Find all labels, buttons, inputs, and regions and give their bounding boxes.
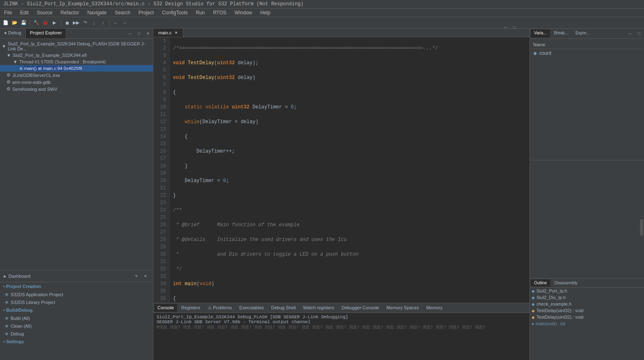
toolbar-stepinto[interactable]: ↓	[90, 19, 98, 27]
tree-jlink[interactable]: ⚙ JLinkGDBServerCL.exe	[0, 72, 153, 79]
outline-siul2-dio[interactable]: ◆ Siul2_Dio_Ip.h	[530, 294, 644, 301]
menu-navigate[interactable]: Navigate	[83, 9, 110, 17]
dash-close[interactable]: ✕	[141, 272, 150, 280]
problems-tab[interactable]: ⚠ Problems	[204, 304, 236, 312]
registers-tab[interactable]: Registers	[178, 304, 203, 312]
menu-search[interactable]: Search	[111, 9, 135, 17]
tree-root[interactable]: ▼ Siul2_Port_Ip_Example_S32K344 Debug_FL…	[0, 40, 153, 52]
menu-edit[interactable]: Edit	[16, 9, 33, 17]
toolbar-new[interactable]: 📄	[2, 19, 10, 27]
console-tab[interactable]: Console	[154, 304, 177, 312]
tab-project-explorer[interactable]: Project Explorer	[26, 29, 66, 38]
main-label: main(void) : int	[536, 321, 565, 326]
main-c-close[interactable]: ✕	[175, 31, 178, 35]
toolbar-open[interactable]: 📂	[11, 19, 19, 27]
expressions-tab[interactable]: Expre...	[572, 29, 592, 38]
code-area[interactable]: 12345 678910 1112131415 1617181920 21222…	[153, 37, 530, 303]
editor-tab-bar: ─ □ main.c ✕	[153, 29, 530, 37]
testdelay1-label: TestDelay(uint32) : void	[536, 308, 583, 313]
bottom-panel: Console Registers ⚠ Problems Executables…	[153, 303, 530, 360]
toolbar-stepout[interactable]: ↑	[99, 19, 107, 27]
toolbar-back[interactable]: ←	[112, 19, 120, 27]
debugger-console-tab[interactable]: Debugger Console	[338, 304, 382, 312]
menu-help[interactable]: Help	[256, 9, 275, 17]
variables-tab[interactable]: Varia...	[531, 29, 550, 38]
outline-testdelay2[interactable]: ◈ TestDelay(uint32) : void	[530, 314, 644, 320]
tree-root-label: Siul2_Port_Ip_Example_S32K344 Debug_FLAS…	[8, 41, 151, 51]
siul2-dio-icon: ◆	[532, 295, 535, 300]
tree-main-frame[interactable]: ≡ main() at main.c:94 0x4025f8	[0, 65, 153, 72]
bottom-left-panel: ● Dashboard ✎ ✕ • Project Creation ◈ S32…	[0, 270, 153, 360]
siul2-dio-label: Siul2_Dio_Ip.h	[536, 295, 566, 300]
maximize-left[interactable]: □	[135, 29, 143, 38]
toolbar-sep-2	[61, 19, 61, 27]
toolbar-run[interactable]: ▶	[50, 19, 58, 27]
toolbar-stepover[interactable]: ↷	[81, 19, 89, 27]
toolbar-build[interactable]: 🔨	[32, 19, 40, 27]
memory-spaces-tab[interactable]: Memory Spaces	[383, 304, 422, 312]
outline-siul2-port[interactable]: ◆ Siul2_Port_Ip.h	[530, 288, 644, 294]
memory-tab[interactable]: Memory	[423, 304, 446, 312]
var-count[interactable]: ◆ count	[532, 49, 642, 57]
menu-project[interactable]: Project	[135, 9, 158, 17]
app-project-label: S32DS Application Project	[11, 292, 63, 297]
editor-minimize[interactable]: ─	[501, 29, 509, 32]
main-icon: ●	[532, 322, 534, 326]
menu-run[interactable]: Run	[192, 9, 209, 17]
editor-maximize[interactable]: □	[510, 29, 518, 32]
dash-lib-project[interactable]: ◈ S32DS Library Project	[0, 298, 153, 306]
variables-header: Name	[532, 40, 642, 49]
dash-app-project[interactable]: ◈ S32DS Application Project	[0, 290, 153, 298]
watch-registers-tab[interactable]: Watch registers	[300, 304, 337, 312]
dashboard-label: Dashboard	[9, 274, 31, 279]
disassembly-tab[interactable]: Disassembly	[551, 279, 581, 286]
breakpoints-tab[interactable]: Break...	[551, 29, 571, 38]
tree-jlink-label: JLinkGDBServerCL.exe	[12, 73, 60, 78]
executables-tab[interactable]: Executables	[236, 304, 267, 312]
right-panel: Varia... Break... Expre... ─ □ Name ◆ co…	[530, 29, 644, 360]
tab-main-c[interactable]: main.c ✕	[153, 29, 183, 37]
close-left[interactable]: ✕	[144, 29, 152, 38]
tree-semihosting[interactable]: ⚙ Semihosting and SWV	[0, 86, 153, 92]
menu-refactor[interactable]: Refactor	[56, 9, 83, 17]
dash-clean-all[interactable]: ◈ Clean (All)	[0, 322, 153, 330]
testdelay1-icon: ◈	[532, 308, 535, 313]
main-content: ● Debug Project Explorer ─ □ ✕ ▼ Siul2_P…	[0, 29, 644, 360]
toolbar-save[interactable]: 💾	[20, 19, 28, 27]
dash-edit[interactable]: ✎	[132, 272, 141, 280]
console-content: Siul2_Port_Ip_Example_S32K344 Debug_FLAS…	[153, 313, 530, 360]
dash-build-all[interactable]: ◈ Build (All)	[0, 314, 153, 322]
toolbar-forward[interactable]: →	[121, 19, 129, 27]
toolbar-resume[interactable]: ▶▶	[72, 19, 80, 27]
dashboard-tab[interactable]: ● Dashboard ✎ ✕	[0, 270, 153, 282]
right-minimize[interactable]: ─	[626, 29, 634, 38]
toolbar-debug[interactable]: 🐞	[41, 19, 49, 27]
minimize-left[interactable]: ─	[126, 29, 134, 38]
testdelay2-label: TestDelay(uint32) : void	[536, 315, 583, 320]
clean-all-label: Clean (All)	[11, 324, 31, 328]
outline-main[interactable]: ● main(void) : int	[530, 320, 644, 327]
menu-file[interactable]: File	[0, 9, 16, 17]
outline-check-example[interactable]: ◆ check_example.h	[530, 301, 644, 307]
lib-project-label: S32DS Library Project	[11, 300, 55, 305]
section-settings: • Settings	[0, 338, 153, 346]
left-panel: ● Debug Project Explorer ─ □ ✕ ▼ Siul2_P…	[0, 29, 153, 360]
right-scrollbar-thumb[interactable]	[640, 219, 643, 236]
tree-thread[interactable]: ▼ Thread #1 57005 (Suspended : Breakpoin…	[0, 59, 153, 65]
tab-debug[interactable]: ● Debug	[0, 29, 26, 38]
lib-project-icon: ◈	[5, 299, 8, 305]
tree-gdb[interactable]: ⚙ arm-none-eabi-gdb	[0, 79, 153, 86]
right-maximize[interactable]: □	[635, 29, 643, 38]
dash-debug[interactable]: ◈ Debug	[0, 330, 153, 338]
menu-source[interactable]: Source	[33, 9, 56, 17]
menu-window[interactable]: Window	[231, 9, 256, 17]
tree-thread-icon: ▼	[13, 59, 18, 64]
tree-elf[interactable]: ▼ Siul2_Port_Ip_Example_S32K344.elf	[0, 52, 153, 59]
toolbar-stop[interactable]: ⏹	[63, 19, 71, 27]
tree-frame-icon: ≡	[20, 66, 22, 71]
outline-tab[interactable]: Outline	[531, 279, 550, 286]
menu-rtos[interactable]: RTOS	[209, 9, 231, 17]
outline-testdelay1[interactable]: ◈ TestDelay(uint32) : void	[530, 307, 644, 314]
debug-shell-tab[interactable]: Debug Shell	[268, 304, 299, 312]
menu-configtools[interactable]: ConfigTools	[158, 9, 192, 17]
